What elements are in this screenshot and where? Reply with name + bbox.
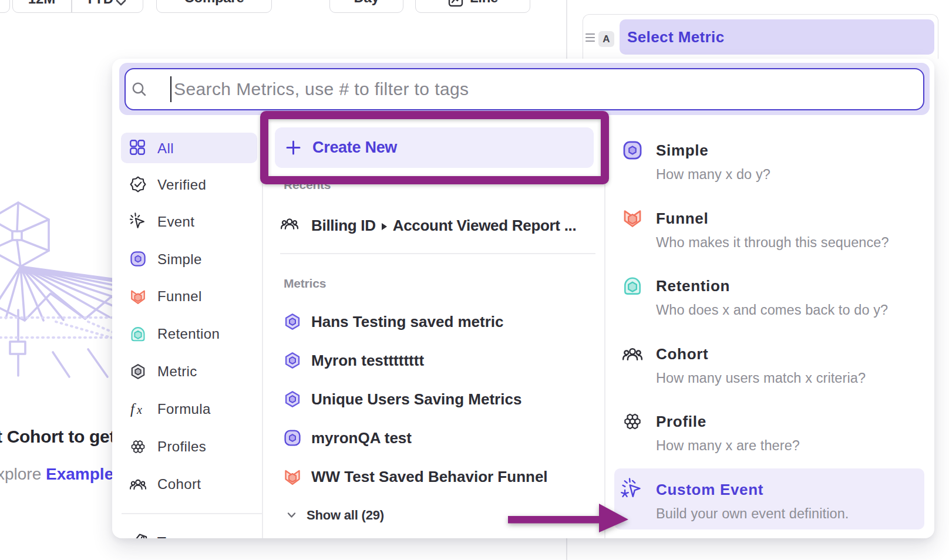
- svg-text:f: f: [130, 401, 136, 417]
- svg-text:x: x: [136, 403, 142, 416]
